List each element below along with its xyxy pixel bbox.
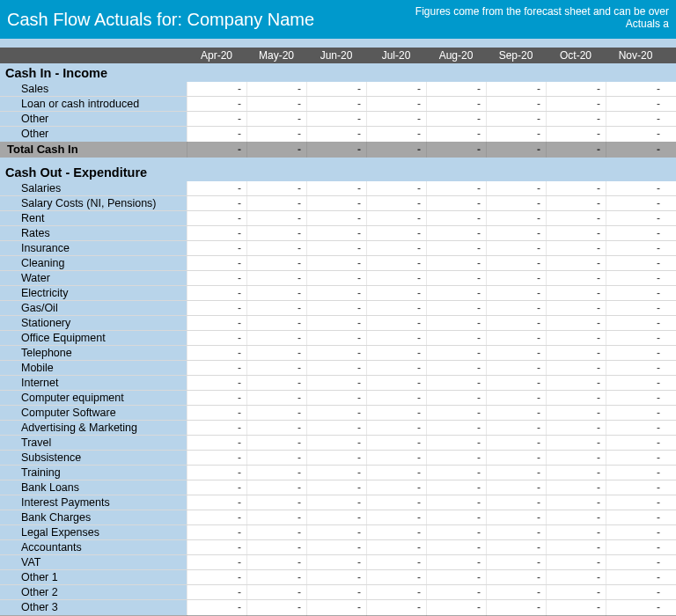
- cell[interactable]: -: [306, 540, 366, 554]
- cell[interactable]: -: [306, 466, 366, 480]
- cell[interactable]: -: [246, 480, 306, 495]
- cell[interactable]: -: [366, 301, 426, 315]
- cell[interactable]: -: [246, 555, 306, 569]
- cell[interactable]: -: [246, 211, 306, 225]
- cell[interactable]: -: [306, 421, 366, 435]
- cell[interactable]: -: [366, 226, 426, 240]
- cell[interactable]: -: [366, 480, 426, 495]
- cell[interactable]: -: [606, 361, 665, 375]
- cell[interactable]: -: [306, 196, 366, 210]
- cell[interactable]: -: [366, 361, 426, 375]
- cell[interactable]: -: [426, 510, 486, 524]
- cell[interactable]: -: [366, 510, 426, 524]
- cell[interactable]: -: [546, 480, 606, 495]
- cell[interactable]: -: [486, 525, 546, 539]
- cell[interactable]: -: [606, 112, 665, 126]
- cell[interactable]: -: [366, 127, 426, 142]
- cell[interactable]: -: [306, 271, 366, 285]
- cell[interactable]: -: [486, 480, 546, 495]
- cell[interactable]: -: [606, 406, 665, 420]
- cell[interactable]: -: [306, 600, 366, 615]
- cell[interactable]: -: [486, 181, 546, 195]
- cell[interactable]: -: [187, 301, 246, 315]
- cell[interactable]: -: [486, 346, 546, 360]
- cell[interactable]: -: [486, 466, 546, 480]
- cell[interactable]: -: [366, 331, 426, 345]
- cell[interactable]: -: [366, 316, 426, 330]
- cell[interactable]: -: [426, 421, 486, 435]
- cell[interactable]: -: [606, 570, 665, 584]
- cell[interactable]: -: [546, 331, 606, 345]
- cell[interactable]: -: [366, 211, 426, 225]
- cell[interactable]: -: [606, 436, 665, 450]
- cell[interactable]: -: [426, 361, 486, 375]
- cell[interactable]: -: [486, 555, 546, 569]
- cell[interactable]: -: [187, 540, 246, 554]
- cell[interactable]: -: [246, 181, 306, 195]
- cell[interactable]: -: [306, 391, 366, 405]
- cell[interactable]: -: [246, 241, 306, 255]
- cell[interactable]: -: [486, 436, 546, 450]
- cell[interactable]: -: [546, 346, 606, 360]
- cell[interactable]: -: [187, 451, 246, 465]
- cell[interactable]: -: [606, 211, 665, 225]
- cell[interactable]: -: [187, 112, 246, 126]
- cell[interactable]: -: [306, 301, 366, 315]
- cell[interactable]: -: [606, 346, 665, 360]
- cell[interactable]: -: [366, 600, 426, 615]
- cell[interactable]: -: [306, 241, 366, 255]
- cell[interactable]: -: [546, 436, 606, 450]
- cell[interactable]: -: [606, 316, 665, 330]
- cell[interactable]: -: [306, 525, 366, 539]
- cell[interactable]: -: [486, 316, 546, 330]
- cell[interactable]: -: [606, 376, 665, 390]
- cell[interactable]: -: [546, 301, 606, 315]
- cell[interactable]: -: [246, 196, 306, 210]
- cell[interactable]: -: [486, 406, 546, 420]
- cell[interactable]: -: [187, 361, 246, 375]
- cell[interactable]: -: [426, 570, 486, 584]
- cell[interactable]: -: [606, 391, 665, 405]
- cell[interactable]: -: [486, 600, 546, 615]
- cell[interactable]: -: [426, 256, 486, 270]
- cell[interactable]: -: [426, 127, 486, 142]
- cell[interactable]: -: [426, 466, 486, 480]
- cell[interactable]: -: [486, 286, 546, 300]
- cell[interactable]: -: [306, 451, 366, 465]
- cell[interactable]: -: [306, 112, 366, 126]
- cell[interactable]: -: [246, 376, 306, 390]
- cell[interactable]: -: [366, 82, 426, 96]
- cell[interactable]: -: [486, 97, 546, 111]
- cell[interactable]: -: [426, 316, 486, 330]
- cell[interactable]: -: [606, 226, 665, 240]
- cell[interactable]: -: [187, 480, 246, 495]
- cell[interactable]: -: [366, 196, 426, 210]
- cell[interactable]: -: [187, 181, 246, 195]
- cell[interactable]: -: [546, 112, 606, 126]
- cell[interactable]: -: [246, 466, 306, 480]
- cell[interactable]: -: [366, 181, 426, 195]
- cell[interactable]: -: [486, 451, 546, 465]
- cell[interactable]: -: [187, 585, 246, 599]
- cell[interactable]: -: [366, 570, 426, 584]
- cell[interactable]: -: [426, 540, 486, 554]
- cell[interactable]: -: [546, 286, 606, 300]
- cell[interactable]: -: [426, 600, 486, 615]
- cell[interactable]: -: [546, 540, 606, 554]
- cell[interactable]: -: [366, 271, 426, 285]
- cell[interactable]: -: [546, 510, 606, 524]
- cell[interactable]: -: [187, 211, 246, 225]
- cell[interactable]: -: [366, 376, 426, 390]
- cell[interactable]: -: [426, 271, 486, 285]
- cell[interactable]: -: [426, 82, 486, 96]
- cell[interactable]: -: [187, 391, 246, 405]
- cell[interactable]: -: [306, 361, 366, 375]
- cell[interactable]: -: [486, 421, 546, 435]
- cell[interactable]: -: [426, 495, 486, 510]
- cell[interactable]: -: [246, 112, 306, 126]
- cell[interactable]: -: [546, 451, 606, 465]
- cell[interactable]: -: [246, 495, 306, 510]
- cell[interactable]: -: [486, 570, 546, 584]
- cell[interactable]: -: [366, 540, 426, 554]
- cell[interactable]: -: [546, 466, 606, 480]
